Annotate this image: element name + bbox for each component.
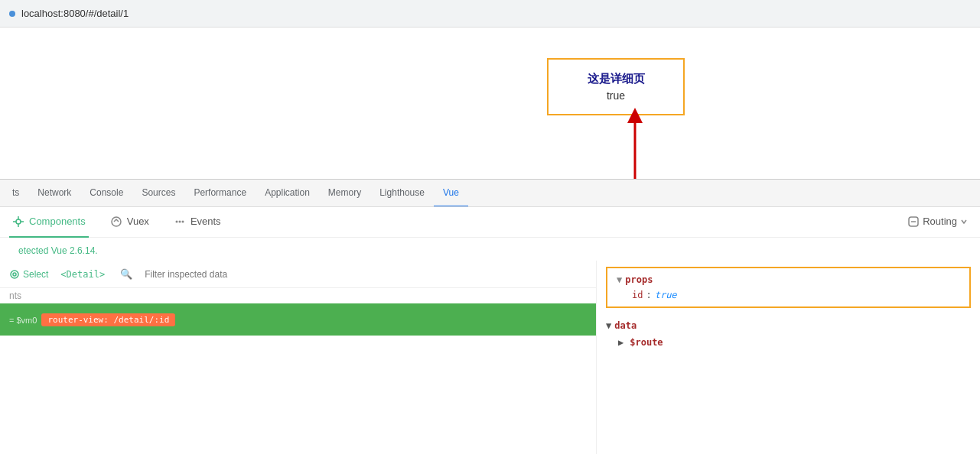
toolbar-vuex[interactable]: Vuex xyxy=(107,207,152,238)
components-icon xyxy=(12,216,24,228)
data-triangle: ▼ xyxy=(606,320,611,331)
select-button[interactable]: Select xyxy=(9,269,48,280)
route-triangle: ▶ xyxy=(618,337,623,348)
toolbar-routing[interactable]: Routing xyxy=(904,207,971,238)
events-label: Events xyxy=(190,216,221,227)
events-icon xyxy=(174,216,186,228)
data-header: ▼ data xyxy=(606,317,971,334)
route-name: $route xyxy=(630,337,663,348)
components-label: Components xyxy=(29,216,86,227)
data-name: data xyxy=(614,320,637,331)
props-name: props xyxy=(625,274,653,285)
routing-label: Routing xyxy=(923,216,957,227)
detail-page-value: true xyxy=(607,89,625,102)
toolbar-components[interactable]: Components xyxy=(9,207,89,238)
tab-application[interactable]: Application xyxy=(256,180,319,207)
tab-elements[interactable]: ts xyxy=(3,180,28,207)
right-panel: ▼ props id : true ▼ data xyxy=(597,261,980,454)
svg-point-13 xyxy=(11,271,18,278)
vue-main: Select <Detail> 🔍 nts = $vm0 router-view… xyxy=(0,261,980,454)
routing-chevron-icon xyxy=(960,218,968,225)
routing-icon xyxy=(907,216,920,228)
svg-point-14 xyxy=(13,273,16,276)
tab-performance[interactable]: Performance xyxy=(184,180,256,207)
detected-vue-text: etected Vue 2.6.14. xyxy=(9,241,107,261)
component-row[interactable]: = $vm0 router-view: /detail/:id xyxy=(0,303,596,336)
nts-label: nts xyxy=(9,290,21,301)
props-header: ▼ props xyxy=(617,274,960,285)
toolbar-routing-area: Routing xyxy=(904,207,971,238)
browser-content: 这是详细页 true xyxy=(0,28,980,179)
svg-point-10 xyxy=(181,220,184,222)
inspector: ▼ props id : true ▼ data xyxy=(597,261,980,360)
detail-page-title: 这是详细页 xyxy=(588,72,645,86)
tab-lighthouse[interactable]: Lighthouse xyxy=(370,180,434,207)
svg-point-7 xyxy=(112,217,121,226)
detected-text-row: etected Vue 2.6.14. xyxy=(0,238,980,261)
filter-search-icon: 🔍 xyxy=(120,268,132,280)
detail-page-box: 这是详细页 true xyxy=(547,58,685,115)
tab-vue[interactable]: Vue xyxy=(434,180,468,207)
components-filler: nts xyxy=(0,288,596,303)
devtools-tabs: ts Network Console Sources Performance A… xyxy=(0,180,980,207)
toolbar-events[interactable]: Events xyxy=(171,207,224,238)
vm-label: = $vm0 xyxy=(9,316,37,325)
prop-colon: : xyxy=(646,290,651,300)
props-triangle: ▼ xyxy=(617,274,622,285)
svg-point-9 xyxy=(178,220,181,222)
filter-input[interactable] xyxy=(145,269,587,280)
address-url: localhost:8080/#/detail/1 xyxy=(21,8,129,19)
address-dot xyxy=(9,11,15,17)
vuex-label: Vuex xyxy=(127,216,149,227)
devtools-panel: ts Network Console Sources Performance A… xyxy=(0,179,980,454)
components-sub-toolbar: Select <Detail> 🔍 xyxy=(0,261,596,288)
svg-point-2 xyxy=(16,219,21,224)
vue-toolbar: Components Vuex Events xyxy=(0,207,980,238)
detail-tag: <Detail> xyxy=(60,269,105,280)
props-id-row: id : true xyxy=(617,290,960,300)
component-tag: router-view: /detail/:id xyxy=(41,313,175,326)
route-header: ▶ $route xyxy=(606,334,971,351)
props-section-highlighted: ▼ props id : true xyxy=(606,267,971,308)
tab-sources[interactable]: Sources xyxy=(132,180,184,207)
prop-key: id xyxy=(632,290,643,300)
tab-memory[interactable]: Memory xyxy=(319,180,370,207)
address-bar: localhost:8080/#/detail/1 xyxy=(0,0,980,28)
vuex-icon xyxy=(110,216,122,228)
tab-console[interactable]: Console xyxy=(80,180,132,207)
prop-value: true xyxy=(655,290,677,300)
data-section: ▼ data ▶ $route xyxy=(606,314,971,354)
vue-devtools: Components Vuex Events xyxy=(0,207,980,454)
select-icon xyxy=(9,269,20,280)
svg-point-8 xyxy=(175,220,177,222)
select-label: Select xyxy=(23,269,48,280)
tab-network[interactable]: Network xyxy=(28,180,80,207)
left-panel: Select <Detail> 🔍 nts = $vm0 router-view… xyxy=(0,261,597,454)
